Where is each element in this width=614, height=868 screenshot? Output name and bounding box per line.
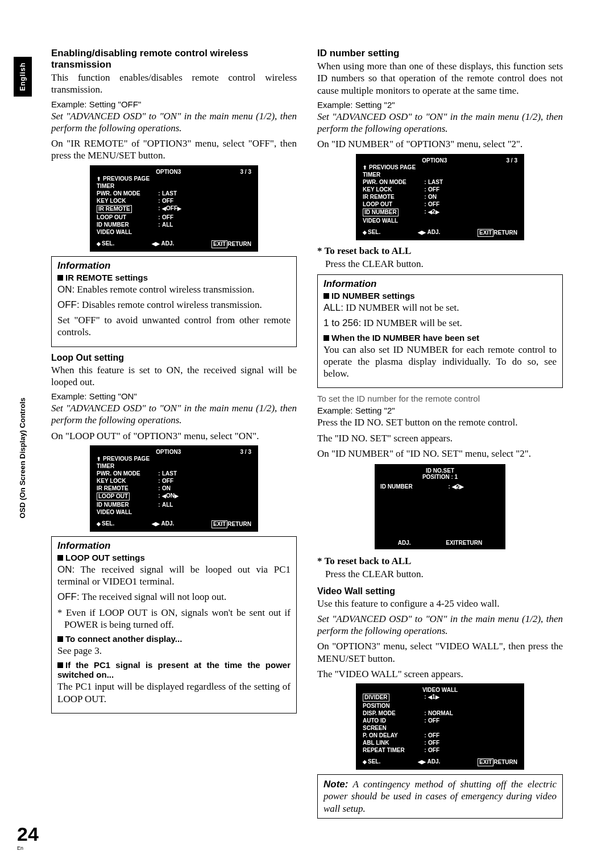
osd-row: P. ON DELAY:OFF xyxy=(360,732,520,739)
text: This function enables/disables remote co… xyxy=(51,72,297,96)
osd-return: RETURN xyxy=(458,540,482,546)
updown-icon xyxy=(97,520,102,527)
osd-row-label: VIDEO WALL xyxy=(97,229,156,235)
osd-row-value xyxy=(162,183,251,189)
osd-title: OPTION3 xyxy=(97,169,240,175)
note-box: Note: A contingency method of shutting o… xyxy=(317,774,563,819)
osd-prev-page: PREVIOUS PAGE xyxy=(103,456,150,462)
side-tab-english: English xyxy=(14,57,32,97)
osd-row: PWR. ON MODE:LAST xyxy=(360,178,520,186)
osd-row-label: REPEAT TIMER xyxy=(363,747,422,753)
osd-row: DIVIDER:1 xyxy=(360,693,520,702)
osd-adj: ADJ. xyxy=(161,520,174,527)
instruction: Set "ADVANCED OSD" to "ON" in the main m… xyxy=(51,110,297,135)
osd-row: TIMER xyxy=(94,462,254,470)
osd-adj: ADJ. xyxy=(427,229,440,235)
up-arrow-icon xyxy=(363,164,369,170)
osd-row-value: LAST xyxy=(162,190,251,197)
osd-page: 3 / 3 xyxy=(240,449,251,455)
osd-row-value: 2 xyxy=(457,483,460,490)
leftright-icon xyxy=(418,229,426,235)
osd-prev-page: PREVIOUS PAGE xyxy=(103,176,150,182)
two-columns: Enabling/disabling remote control wirele… xyxy=(51,45,563,823)
text: Use this feature to configure a 4-25 vid… xyxy=(317,598,563,610)
osd-row: ID NUMBER:ALL xyxy=(94,221,254,228)
osd-videowall: VIDEO WALL DIVIDER:1POSITIONDISP. MODE:N… xyxy=(356,683,524,770)
heading-loopout: Loop Out setting xyxy=(51,353,297,363)
osd-sel: SEL. xyxy=(102,240,114,247)
osd-row-value: OFF xyxy=(428,747,517,753)
osd-row-value: OFF xyxy=(162,205,251,213)
osd-row-label: AUTO ID xyxy=(363,717,422,724)
osd-row-value xyxy=(428,218,517,224)
gray-heading: To set the ID number for the remote cont… xyxy=(317,394,563,403)
text: When this feature is set to ON, the rece… xyxy=(51,364,297,389)
osd-page: 3 / 3 xyxy=(507,157,517,164)
text: OFF: Disables remote control wireless tr… xyxy=(57,299,291,311)
osd-row: KEY LOCK:OFF xyxy=(360,186,520,193)
instruction: Set "ADVANCED OSD" to "ON" in the main m… xyxy=(51,402,297,427)
osd-title: VIDEO WALL xyxy=(363,687,517,693)
osd-row-value: ALL xyxy=(162,222,251,228)
info-title: Information xyxy=(323,278,557,290)
osd-row-label: ID NUMBER xyxy=(97,502,156,508)
osd-row: LOOP OUT:OFF xyxy=(360,201,520,208)
osd-title: OPTION3 xyxy=(97,449,240,455)
osd-row-value: OFF xyxy=(428,740,517,746)
osd-return: RETURN xyxy=(493,759,517,765)
osd-row-value: 2 xyxy=(428,208,517,216)
osd-row-label: ID NUMBER xyxy=(380,483,413,490)
text: Press the CLEAR button. xyxy=(317,568,563,580)
osd-row-value: OFF xyxy=(162,214,251,220)
info-title: Information xyxy=(57,540,291,552)
osd-row-label: PWR. ON MODE xyxy=(363,179,422,185)
text: On "LOOP OUT" of "OPTION3" menu, select … xyxy=(51,430,297,442)
square-icon xyxy=(57,636,63,642)
osd-position: POSITION : 1 xyxy=(380,474,500,480)
osd-row-label: PWR. ON MODE xyxy=(97,470,156,477)
osd-row-label: IR REMOTE xyxy=(97,205,156,213)
osd-row-label: PWR. ON MODE xyxy=(97,190,156,197)
leftright-icon xyxy=(152,240,160,247)
square-icon xyxy=(57,662,63,668)
osd-adj: ADJ. xyxy=(398,540,411,546)
reset-note: * To reset back to ALL xyxy=(317,245,563,257)
osd-row: VIDEO WALL xyxy=(94,228,254,236)
osd-row-value: ON xyxy=(428,194,517,200)
osd-sel: SEL. xyxy=(368,229,380,235)
leftright-icon xyxy=(418,758,426,765)
osd-row-value: OFF xyxy=(162,198,251,204)
osd-sel: SEL. xyxy=(102,520,114,527)
osd-row-value xyxy=(428,172,517,178)
text: On "IR REMOTE" of "OPTION3" menu, select… xyxy=(51,137,297,162)
osd-row-label: ABL LINK xyxy=(363,740,422,746)
text: You can also set ID NUMBER for each remo… xyxy=(323,344,557,380)
text: On "ID NUMBER" of "OPTION3" menu, select… xyxy=(317,138,563,150)
osd-row-label: LOOP OUT xyxy=(97,214,156,220)
osd-row: AUTO ID:OFF xyxy=(360,717,520,724)
osd-row-label: IR REMOTE xyxy=(363,194,422,200)
info-title: Information xyxy=(57,260,291,272)
osd-return: RETURN xyxy=(493,229,517,236)
osd-row-value: ON xyxy=(162,493,251,500)
square-icon xyxy=(323,293,329,299)
example-label: Example: Setting "2" xyxy=(317,100,563,110)
right-column: ID number setting When using more than o… xyxy=(317,45,563,823)
instruction: Set "ADVANCED OSD" to "ON" in the main m… xyxy=(317,111,563,135)
osd-row: POSITION xyxy=(360,702,520,710)
osd-row-value: 1 xyxy=(428,694,517,702)
text: Press the ID NO. SET button on the remot… xyxy=(317,416,563,428)
osd-exit: EXIT xyxy=(478,758,493,766)
text: The "VIDEO WALL" screen appears. xyxy=(317,668,563,680)
info-sub: If the PC1 signal is present at the time… xyxy=(57,660,291,679)
osd-prev-page: PREVIOUS PAGE xyxy=(369,164,416,170)
osd-row-value xyxy=(162,463,251,469)
osd-row-value: LAST xyxy=(428,179,517,185)
osd-row: TIMER xyxy=(94,182,254,190)
osd-row-value: OFF xyxy=(162,478,251,484)
note-body: A contingency method of shutting off the… xyxy=(323,779,557,814)
osd-row-label: ID NUMBER xyxy=(97,222,156,228)
up-arrow-icon xyxy=(97,456,103,462)
text: Press the CLEAR button. xyxy=(317,258,563,270)
info-ir-remote: Information IR REMOTE settings ON: Enabl… xyxy=(51,256,297,347)
